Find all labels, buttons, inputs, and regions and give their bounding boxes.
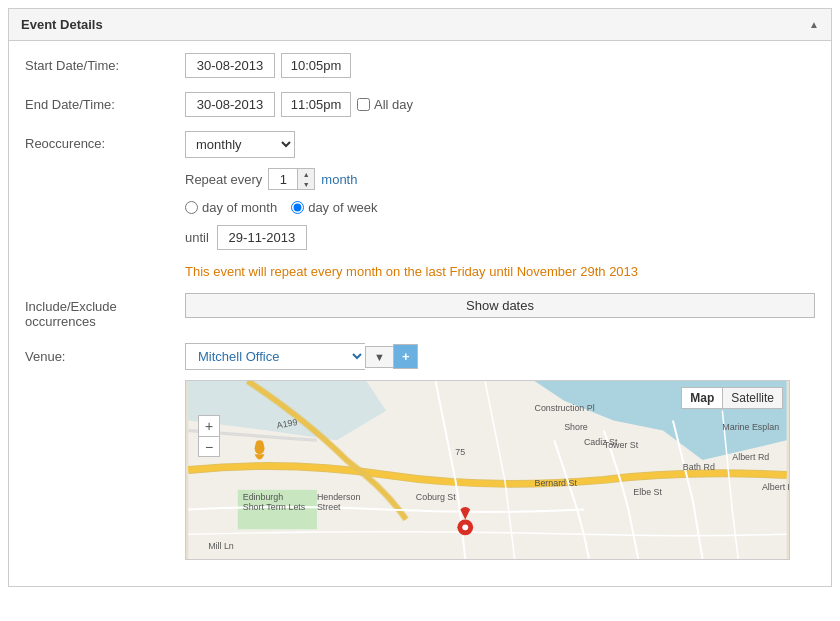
svg-text:Short Term Lets: Short Term Lets <box>243 502 306 512</box>
daytype-row: day of month day of week <box>185 200 815 215</box>
svg-point-23 <box>256 440 264 448</box>
map-zoom-out-button[interactable]: − <box>199 436 219 456</box>
svg-text:Elbe St: Elbe St <box>633 487 662 497</box>
dayofmonth-radio[interactable] <box>185 201 198 214</box>
event-details-panel: Event Details ▲ Start Date/Time: End Dat… <box>8 8 832 587</box>
svg-text:Street: Street <box>317 502 341 512</box>
recurrence-select[interactable]: none daily weekly monthly yearly <box>185 131 295 158</box>
map-view-button[interactable]: Map <box>682 388 722 408</box>
allday-label: All day <box>357 97 413 112</box>
venue-select[interactable]: Mitchell Office <box>185 343 365 370</box>
svg-text:Bath Rd: Bath Rd <box>683 462 715 472</box>
map-buttons: Map Satellite <box>681 387 783 409</box>
start-controls <box>185 53 815 78</box>
svg-text:Albert Rd: Albert Rd <box>762 482 789 492</box>
panel-collapse-icon[interactable]: ▲ <box>809 19 819 30</box>
map-zoom-controls: + − <box>198 415 220 457</box>
panel-body: Start Date/Time: End Date/Time: All day <box>9 41 831 586</box>
recurrence-select-row: none daily weekly monthly yearly <box>185 131 815 158</box>
svg-text:Edinburgh: Edinburgh <box>243 492 284 502</box>
panel-title: Event Details <box>21 17 103 32</box>
recurrence-controls: none daily weekly monthly yearly Repeat … <box>185 131 815 279</box>
until-label: until <box>185 230 209 245</box>
panel-header: Event Details ▲ <box>9 9 831 41</box>
satellite-view-button[interactable]: Satellite <box>722 388 782 408</box>
dayofweek-radio[interactable] <box>291 201 304 214</box>
venue-label: Venue: <box>25 343 185 364</box>
end-datetime-row: End Date/Time: All day <box>25 92 815 117</box>
venue-row: Venue: Mitchell Office ▼ + <box>25 343 815 560</box>
svg-text:Bernard St: Bernard St <box>534 478 577 488</box>
svg-text:Tower St: Tower St <box>604 440 639 450</box>
include-exclude-label: Include/Exclude occurrences <box>25 293 185 329</box>
start-time-input[interactable] <box>281 53 351 78</box>
include-exclude-controls: Show dates <box>185 293 815 318</box>
repeat-arrows: ▲ ▼ <box>297 169 314 189</box>
recurrence-label: Reoccurence: <box>25 131 185 151</box>
map-zoom-in-button[interactable]: + <box>199 416 219 436</box>
venue-controls: Mitchell Office ▼ + <box>185 343 815 560</box>
end-date-input[interactable] <box>185 92 275 117</box>
dayofmonth-option: day of month <box>185 200 277 215</box>
until-date-input[interactable] <box>217 225 307 250</box>
repeat-up-button[interactable]: ▲ <box>298 169 314 179</box>
end-label: End Date/Time: <box>25 92 185 112</box>
until-row: until <box>185 225 815 250</box>
svg-text:75: 75 <box>455 447 465 457</box>
repeat-every-row: Repeat every ▲ ▼ month <box>185 168 815 190</box>
svg-text:Shore: Shore <box>564 422 588 432</box>
svg-text:Henderson: Henderson <box>317 492 360 502</box>
start-label: Start Date/Time: <box>25 53 185 73</box>
repeat-info: This event will repeat every month on th… <box>185 264 815 279</box>
venue-add-button[interactable]: + <box>393 344 419 369</box>
start-date-input[interactable] <box>185 53 275 78</box>
dayofweek-option: day of week <box>291 200 377 215</box>
svg-text:Marine Esplan: Marine Esplan <box>722 422 779 432</box>
venue-dropdown-button[interactable]: ▼ <box>365 346 393 368</box>
start-inline <box>185 53 815 78</box>
end-time-input[interactable] <box>281 92 351 117</box>
repeat-unit: month <box>321 172 357 187</box>
venue-select-row: Mitchell Office ▼ + <box>185 343 815 370</box>
end-controls: All day <box>185 92 815 117</box>
repeat-down-button[interactable]: ▼ <box>298 179 314 189</box>
svg-text:Mill Ln: Mill Ln <box>208 541 234 551</box>
repeat-number-input[interactable] <box>269 170 297 189</box>
recurrence-details: Repeat every ▲ ▼ month <box>185 168 815 279</box>
show-dates-button[interactable]: Show dates <box>185 293 815 318</box>
venue-map: A199 Bernard St Edinburgh Short Term Let… <box>185 380 790 560</box>
svg-text:Coburg St: Coburg St <box>416 492 456 502</box>
svg-text:Construction Pl: Construction Pl <box>534 403 594 413</box>
end-inline: All day <box>185 92 815 117</box>
svg-text:Albert Rd: Albert Rd <box>732 452 769 462</box>
repeat-num-wrap: ▲ ▼ <box>268 168 315 190</box>
repeat-label: Repeat every <box>185 172 262 187</box>
include-exclude-row: Include/Exclude occurrences Show dates <box>25 293 815 329</box>
recurrence-row: Reoccurence: none daily weekly monthly y… <box>25 131 815 279</box>
svg-point-25 <box>462 524 468 530</box>
start-datetime-row: Start Date/Time: <box>25 53 815 78</box>
dayofmonth-label: day of month <box>202 200 277 215</box>
allday-checkbox[interactable] <box>357 98 370 111</box>
dayofweek-label: day of week <box>308 200 377 215</box>
